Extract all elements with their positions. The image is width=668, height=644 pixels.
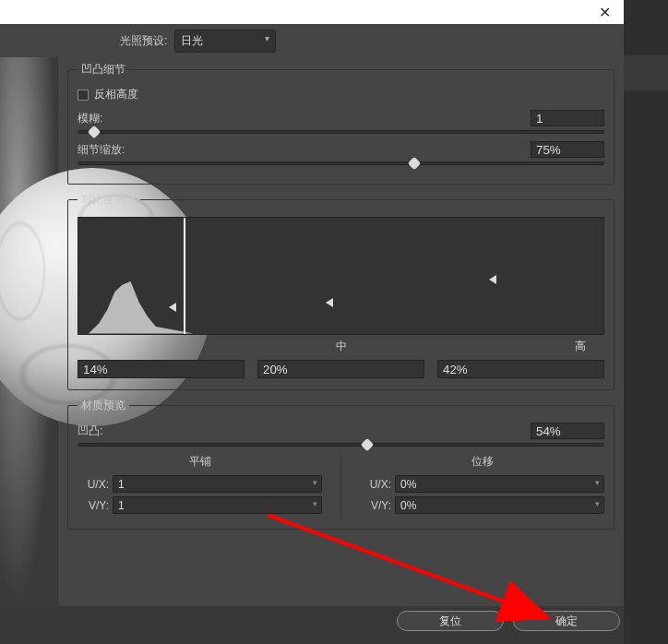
tile-vy-select[interactable]: 1 — [113, 496, 322, 514]
app-right-strip — [624, 0, 668, 644]
contrast-lo-handle[interactable] — [169, 303, 176, 312]
material-bump-thumb[interactable] — [361, 438, 374, 451]
material-bump-input[interactable] — [531, 423, 604, 439]
contrast-mid-handle[interactable] — [326, 298, 333, 307]
svg-marker-0 — [89, 281, 194, 334]
main-area: 凹凸细节 反相高度 模糊: 细节缩放: 对比度细节 — [0, 57, 624, 606]
header-row: 光照预设: 日光 — [0, 24, 624, 57]
light-preset-select[interactable]: 日光 — [174, 30, 276, 53]
bump-detail-group: 凹凸细节 反相高度 模糊: 细节缩放: — [67, 62, 614, 185]
offset-ux-select[interactable]: 0% — [395, 475, 604, 493]
ok-button[interactable]: 确定 — [513, 611, 620, 631]
offset-vy-label: V/Y: — [360, 499, 391, 512]
close-icon[interactable]: ✕ — [599, 4, 611, 21]
contrast-low-label: 低 — [96, 339, 107, 354]
offset-ux-label: U/X: — [360, 478, 391, 491]
invert-height-checkbox[interactable] — [78, 89, 89, 101]
tile-ux-select[interactable]: 1 — [113, 475, 322, 493]
offset-title: 位移 — [360, 454, 604, 470]
histogram-peak-line — [184, 218, 185, 334]
offset-vy-select[interactable]: 0% — [395, 496, 604, 514]
button-bar: 复位 确定 — [397, 611, 620, 631]
contrast-high-label: 高 — [575, 339, 586, 354]
reset-button[interactable]: 复位 — [397, 611, 504, 631]
offset-column: 位移 U/X: 0% V/Y: 0% — [360, 454, 604, 518]
light-preset-value: 日光 — [181, 34, 203, 47]
contrast-hi-handle[interactable] — [489, 275, 496, 284]
controls-pane: 凹凸细节 反相高度 模糊: 细节缩放: 对比度细节 — [58, 57, 624, 606]
tile-column: 平铺 U/X: 1 V/Y: 1 — [78, 454, 322, 518]
tile-title: 平铺 — [78, 454, 322, 470]
detail-scale-label: 细节缩放: — [78, 142, 125, 158]
tile-vy-label: V/Y: — [78, 499, 109, 512]
material-bump-label: 凹凸: — [78, 423, 102, 439]
contrast-low-input[interactable] — [78, 360, 245, 378]
material-bump-slider[interactable] — [78, 443, 604, 447]
contrast-high-input[interactable] — [437, 360, 604, 378]
material-legend: 材质预览 — [78, 398, 129, 413]
title-bar: ✕ — [0, 0, 624, 24]
blur-input[interactable] — [531, 110, 604, 126]
light-preset-label: 光照预设: — [120, 33, 167, 49]
tile-ux-label: U/X: — [78, 478, 109, 491]
blur-slider-thumb[interactable] — [88, 125, 101, 138]
invert-height-label: 反相高度 — [94, 87, 138, 102]
material-divider — [340, 454, 341, 518]
blur-slider[interactable] — [78, 130, 604, 134]
detail-scale-input[interactable] — [531, 141, 604, 158]
contrast-mid-input[interactable] — [257, 360, 424, 378]
contrast-legend: 对比度细节 — [78, 192, 140, 208]
preview-pane — [0, 57, 58, 606]
detail-scale-slider[interactable] — [78, 161, 604, 165]
histogram-svg — [89, 264, 194, 334]
contrast-mid-label: 中 — [336, 339, 347, 354]
contrast-detail-group: 对比度细节 低 中 高 — [67, 192, 614, 390]
detail-scale-slider-thumb[interactable] — [408, 157, 421, 170]
bump-legend: 凹凸细节 — [78, 62, 129, 78]
blur-label: 模糊: — [78, 111, 102, 126]
contrast-histogram[interactable] — [78, 217, 604, 335]
material-preview-group: 材质预览 凹凸: 平铺 U/X: 1 V/Y: 1 — [67, 398, 614, 530]
